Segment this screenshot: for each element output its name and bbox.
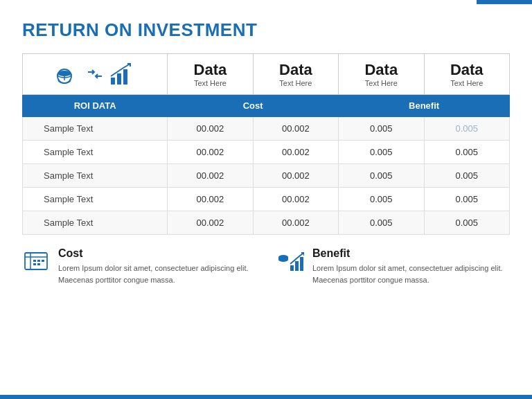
footer-benefit-title: Benefit — [312, 247, 510, 260]
table-row: Sample Text 00.002 00.002 0.005 0.005 — [23, 188, 510, 211]
row-c4: 0.005 — [424, 211, 509, 235]
col-header-2: Data Text Here — [253, 54, 338, 95]
svg-rect-15 — [33, 263, 36, 265]
svg-rect-12 — [33, 260, 36, 262]
row-c3: 0.005 — [339, 117, 424, 141]
svg-rect-22 — [300, 257, 303, 271]
roi-label: ROI DATA — [23, 95, 168, 117]
row-c1: 00.002 — [168, 141, 253, 164]
bottom-accent-bar — [0, 395, 532, 399]
row-label: Sample Text — [23, 117, 168, 141]
arrow-icon — [87, 68, 103, 80]
row-c4: 0.005 — [424, 188, 509, 211]
svg-rect-6 — [111, 78, 115, 85]
row-c3: 0.005 — [339, 164, 424, 188]
row-c1: 00.002 — [168, 211, 253, 235]
row-c1: 00.002 — [168, 188, 253, 211]
row-c3: 0.005 — [339, 188, 424, 211]
table-row: Sample Text 00.002 00.002 0.005 0.005 — [23, 211, 510, 235]
footer-section: Cost Lorem Ipsum dolor sit amet, consect… — [22, 247, 510, 285]
benefit-footer-icon — [276, 247, 304, 275]
svg-rect-20 — [290, 265, 294, 271]
row-label: Sample Text — [23, 211, 168, 235]
benefit-header: Benefit — [339, 95, 510, 117]
roi-table: Data Text Here Data Text Here Data Text … — [22, 53, 510, 235]
footer-benefit-item: Benefit Lorem Ipsum dolor sit amet, cons… — [276, 247, 510, 285]
row-c2: 00.002 — [253, 117, 338, 141]
row-label: Sample Text — [23, 188, 168, 211]
svg-rect-16 — [37, 263, 40, 265]
row-c2: 00.002 — [253, 211, 338, 235]
row-c2: 00.002 — [253, 164, 338, 188]
benefit-icon — [276, 247, 304, 275]
table-row: Sample Text 00.002 00.002 0.005 0.005 — [23, 117, 510, 141]
icon-cell — [23, 54, 168, 95]
title-highlight: INVESTMENT — [138, 19, 258, 40]
row-label: Sample Text — [23, 141, 168, 164]
row-c3: 0.005 — [339, 141, 424, 164]
svg-point-19 — [278, 258, 288, 262]
row-c4: 0.005 — [424, 164, 509, 188]
row-c1: 00.002 — [168, 117, 253, 141]
col-header-1: Data Text Here — [168, 54, 253, 95]
svg-rect-21 — [295, 261, 299, 271]
row-label: Sample Text — [23, 164, 168, 188]
footer-benefit-body: Lorem Ipsum dolor sit amet, consectetuer… — [312, 263, 510, 285]
footer-cost-text: Cost Lorem Ipsum dolor sit amet, consect… — [58, 247, 256, 285]
chart-icon — [108, 61, 134, 87]
roi-header-row: ROI DATA Cost Benefit — [23, 95, 510, 117]
cost-footer-icon — [22, 247, 50, 275]
svg-rect-8 — [123, 69, 127, 85]
table-header-row: Data Text Here Data Text Here Data Text … — [23, 54, 510, 95]
row-c2: 00.002 — [253, 188, 338, 211]
col-header-4: Data Text Here — [424, 54, 509, 95]
col-header-3: Data Text Here — [339, 54, 424, 95]
svg-rect-13 — [37, 260, 40, 262]
footer-cost-body: Lorem Ipsum dolor sit amet, consectetuer… — [58, 263, 256, 285]
svg-rect-14 — [42, 260, 44, 262]
footer-cost-item: Cost Lorem Ipsum dolor sit amet, consect… — [22, 247, 256, 285]
money-icon — [55, 61, 82, 87]
row-c4: 0.005 — [424, 117, 509, 141]
page-title: RETURN ON INVESTMENT — [22, 19, 510, 41]
header-icons — [28, 61, 161, 87]
table-row: Sample Text 00.002 00.002 0.005 0.005 — [23, 141, 510, 164]
title-normal: RETURN ON — [22, 19, 138, 40]
row-c2: 00.002 — [253, 141, 338, 164]
row-c3: 0.005 — [339, 211, 424, 235]
row-c4: 0.005 — [424, 141, 509, 164]
row-c1: 00.002 — [168, 164, 253, 188]
footer-benefit-text: Benefit Lorem Ipsum dolor sit amet, cons… — [312, 247, 510, 285]
footer-cost-title: Cost — [58, 247, 256, 260]
table-row: Sample Text 00.002 00.002 0.005 0.005 — [23, 164, 510, 188]
cost-header: Cost — [168, 95, 339, 117]
cost-icon — [22, 247, 50, 275]
svg-rect-7 — [117, 73, 121, 85]
